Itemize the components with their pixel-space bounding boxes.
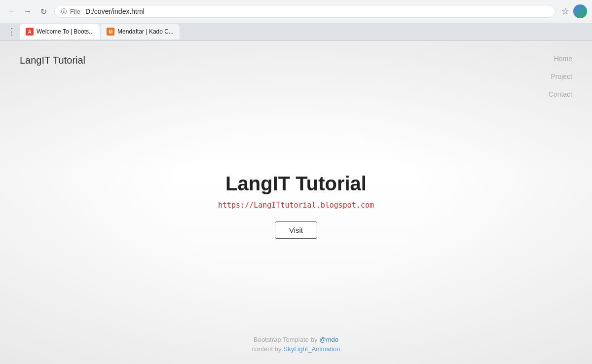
page-content: LangIT Tutorial Home Project Contact Lan… (0, 41, 592, 364)
nav-project[interactable]: Project (551, 73, 572, 80)
bookmark-icon[interactable]: ☆ (559, 4, 571, 19)
tab-1-label: Welcome To | Boots... (37, 28, 94, 35)
url-display: D:/cover/index.html (85, 7, 549, 15)
site-navbar: LangIT Tutorial Home Project Contact (0, 41, 592, 66)
apps-button[interactable]: ⋮ (5, 25, 19, 38)
site-nav: Home Project Contact (549, 55, 572, 98)
footer-template-text: Bootstrap Template (254, 336, 309, 343)
tab-1-favicon: A (26, 28, 34, 36)
user-avatar[interactable] (573, 4, 587, 18)
footer-author: @mdo (320, 336, 339, 343)
browser-toolbar: ← → ↻ 🛈 File D:/cover/index.html ☆ (0, 0, 592, 23)
footer-line-2: content by SkyLight_Animation (0, 345, 592, 353)
browser-action-icons: ☆ (559, 4, 587, 19)
reload-button[interactable]: ↻ (37, 4, 50, 18)
tab-2-favicon: M (107, 28, 114, 36)
site-footer: Bootstrap Template by @mdo content by Sk… (0, 336, 592, 355)
site-brand: LangIT Tutorial (20, 55, 85, 66)
site-main: LangIT Tutorial https://LangITtutorial.b… (0, 66, 592, 345)
tab-bar: ⋮ A Welcome To | Boots... M Mendaftar | … (0, 23, 592, 40)
footer-content-author: SkyLight_Animation (284, 345, 340, 353)
nav-home[interactable]: Home (554, 55, 572, 63)
browser-chrome: ← → ↻ 🛈 File D:/cover/index.html ☆ ⋮ A W… (0, 0, 592, 41)
secure-icon: 🛈 (61, 8, 67, 15)
visit-button[interactable]: Visit (275, 221, 317, 239)
tab-1[interactable]: A Welcome To | Boots... (20, 24, 100, 39)
back-button[interactable]: ← (5, 4, 19, 18)
nav-buttons: ← → ↻ (5, 4, 50, 18)
nav-contact[interactable]: Contact (549, 90, 572, 98)
address-bar[interactable]: 🛈 File D:/cover/index.html (54, 5, 555, 18)
tab-2[interactable]: M Mendaftar | Kado C... (101, 24, 180, 39)
footer-by-text: by (311, 336, 318, 343)
footer-content-by: content by (252, 345, 282, 353)
footer-line-1: Bootstrap Template by @mdo (0, 336, 592, 343)
file-label: File (70, 8, 80, 15)
tab-2-label: Mendaftar | Kado C... (117, 28, 174, 35)
main-url[interactable]: https://LangITtutorial.blogspot.com (218, 201, 374, 210)
main-title: LangIT Tutorial (225, 173, 367, 195)
forward-button[interactable]: → (21, 4, 35, 18)
